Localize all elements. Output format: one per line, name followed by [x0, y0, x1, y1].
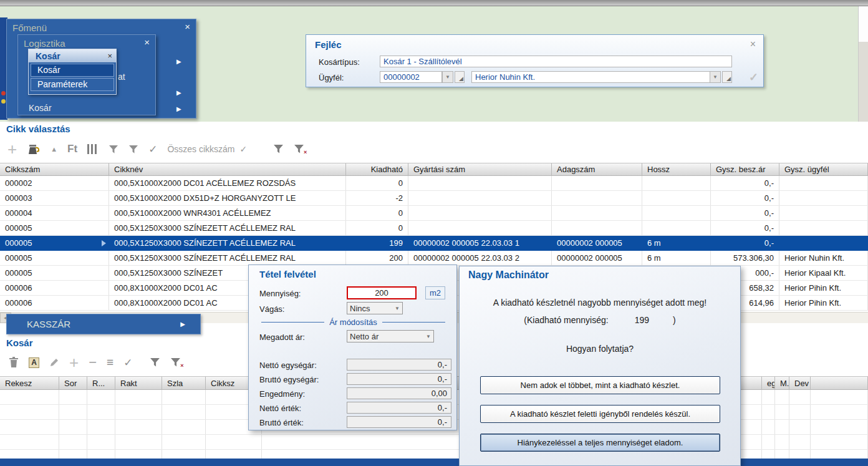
close-icon[interactable]: × — [144, 38, 150, 47]
filter-clear-icon[interactable]: × — [170, 357, 181, 367]
osszes-cikkszam-label[interactable]: Összes cikkszám — [167, 144, 234, 154]
column-header[interactable]: M.e. — [775, 377, 789, 389]
table-cell: 0 — [346, 206, 408, 220]
table-cell: 000005 — [0, 221, 109, 235]
brutto-egysegar-value[interactable]: 0,- — [347, 373, 451, 385]
table-cell — [811, 390, 868, 404]
ugyfel-code-lookup-button[interactable]: ◢ — [455, 71, 465, 83]
megadott-ar-select[interactable]: Netto ár ▼ — [347, 330, 434, 342]
cikk-toolbar: + ▲ Ft ✓ Összes cikkszám ✓ × — [7, 140, 304, 158]
option-button-shortage-handling[interactable]: Hiánykezeléssel a teljes mennyiséget ela… — [480, 434, 720, 452]
filter-special-icon[interactable] — [273, 144, 284, 154]
column-header[interactable]: R... — [87, 377, 115, 389]
submenu-arrow-icon: ▶ — [176, 89, 181, 96]
megadott-ar-label: Megadott ár: — [259, 333, 305, 342]
table-cell — [552, 191, 642, 205]
netto-ertek-value[interactable]: 0,- — [347, 402, 451, 414]
submenu-arrow-icon: ▶ — [180, 321, 185, 328]
close-icon[interactable]: × — [185, 22, 190, 31]
table-row[interactable]: 000005000,5X1250X3000 SZÍNEZETT ACÉLLEME… — [0, 251, 868, 266]
jug-icon[interactable] — [27, 143, 41, 155]
columns-icon[interactable] — [87, 144, 99, 154]
confirm-check-icon[interactable]: ✓ — [148, 143, 157, 156]
option-button-no-oversell[interactable]: Nem adok el többet, mint a kiadható kész… — [480, 376, 720, 394]
table-cell — [775, 420, 789, 434]
mennyiseg-input[interactable] — [347, 286, 417, 299]
menu-item-fragment[interactable]: at — [118, 72, 125, 82]
column-header[interactable]: Adagszám — [552, 163, 642, 175]
filter-icon[interactable] — [109, 145, 118, 154]
remove-row-icon[interactable]: − — [89, 354, 97, 371]
table-cell: 000,5X1250X3000 SZÍNEZETT ACÉLLEMEZ RAL — [109, 221, 346, 235]
ugyfel-name-field[interactable]: Herior Nuhin Kft. — [471, 71, 721, 83]
column-header[interactable]: Cikkszám — [0, 163, 109, 175]
table-cell: Herior Nuhin Kft. — [779, 251, 868, 265]
add-item-icon[interactable]: + — [7, 140, 17, 159]
column-header[interactable]: Sor — [59, 377, 87, 389]
ugyfel-name-dropdown-button[interactable]: ▼ — [710, 71, 721, 83]
column-header[interactable]: Dev — [789, 377, 811, 389]
ugyfel-code-field[interactable]: 00000002 — [380, 71, 442, 83]
ugyfel-name-lookup-button[interactable]: ◢ — [722, 71, 732, 83]
vagas-select[interactable]: Nincs ▼ — [347, 302, 403, 314]
sort-up-icon[interactable]: ▲ — [51, 145, 57, 153]
table-cell: 00000002 000005 — [552, 251, 642, 265]
ugyfel-code-dropdown-button[interactable]: ▼ — [442, 71, 453, 83]
submenu-item-parameterek[interactable]: Paraméterek — [31, 78, 114, 91]
vagas-value: Nincs — [350, 304, 370, 313]
corner-icon: ◢ — [726, 75, 731, 82]
close-icon[interactable]: × — [107, 51, 112, 61]
filter-clear-icon[interactable]: × — [294, 144, 304, 154]
submenu-item-kosar[interactable]: Kosár — [31, 64, 114, 77]
table-cell — [642, 176, 711, 190]
column-header[interactable]: eg — [762, 377, 775, 389]
kosar-panel-title: Kosár — [6, 337, 33, 348]
table-cell — [87, 435, 115, 449]
background-scrollbar[interactable] — [858, 42, 868, 122]
table-row[interactable]: 000005000,5X1250X3000 SZÍNEZETT ACÉLLEME… — [0, 221, 868, 236]
filter-special-icon[interactable] — [150, 357, 160, 367]
kosar-toolbar: A + − ≡ ✓ × — [9, 353, 181, 372]
chevron-down-icon: ▼ — [445, 74, 450, 80]
column-header[interactable]: Kiadható — [346, 163, 408, 175]
brutto-ertek-value[interactable]: 0,- — [347, 416, 451, 428]
table-row[interactable]: 000002000,5X1000X2000 DC01 ACÉLLEMEZ ROZ… — [0, 176, 868, 191]
nagy-machinator-dialog: Nagy Machinátor A kiadható készletnél na… — [459, 266, 741, 466]
column-header[interactable] — [811, 377, 868, 389]
confirm-check-icon[interactable]: ✓ — [123, 356, 132, 369]
filter-apply-icon[interactable] — [128, 145, 138, 154]
list-icon[interactable]: ≡ — [107, 356, 113, 369]
edit-pencil-icon[interactable] — [49, 357, 59, 367]
column-header[interactable]: Cikknév — [109, 163, 346, 175]
table-row[interactable]: 000004000,5X1000X2000 WNR4301 ACÉLLEMEZ0… — [0, 206, 868, 221]
cikk-valasztas-title: Cikk választás — [6, 124, 70, 134]
table-cell: 000,5X1250X3000 SZÍNEZETT ACÉLLEMEZ RAL — [109, 236, 346, 250]
table-cell: 0 — [346, 176, 408, 190]
forint-icon[interactable]: Ft — [67, 143, 77, 155]
column-header[interactable]: Rekesz — [0, 377, 59, 389]
table-cell: Herior Pihin Kft. — [779, 296, 868, 310]
netto-egysegar-value[interactable]: 0,- — [347, 359, 451, 371]
trash-icon[interactable] — [9, 357, 19, 368]
column-header[interactable]: Szla — [162, 377, 206, 389]
table-row[interactable]: 000003000,5X1000X2000 DX51D+Z HORGANYZOT… — [0, 191, 868, 206]
close-icon[interactable]: × — [750, 39, 756, 50]
column-header[interactable]: Rakt — [115, 377, 162, 389]
kosartipus-field[interactable]: Kosár 1 - Szállítólevél — [380, 56, 732, 67]
column-header[interactable]: Gysz. ügyfél — [779, 163, 868, 175]
add-row-icon[interactable]: + — [69, 353, 79, 372]
engedmeny-value[interactable]: 0,00 — [347, 387, 451, 399]
option-button-create-order[interactable]: A kiadható készlet feletti igényből rend… — [480, 405, 720, 423]
menu-item-kosar[interactable]: Kosár — [18, 101, 155, 115]
table-cell: 000,5X1000X2000 DX51D+Z HORGANYZOTT LE — [109, 191, 346, 205]
confirm-check-icon[interactable]: ✓ — [749, 70, 758, 84]
column-header[interactable]: Gysz. besz.ár — [711, 163, 779, 175]
autotext-icon[interactable]: A — [29, 357, 39, 368]
table-cell: Herior Kipaal Kft. — [779, 266, 868, 280]
table-cell — [762, 405, 775, 419]
table-row[interactable]: 000005000,5X1250X3000 SZÍNEZETT ACÉLLEME… — [0, 236, 868, 251]
kasszar-menu-item[interactable]: KASSZÁR ▶ — [6, 314, 201, 334]
dialog-title: Nagy Machinátor — [468, 269, 549, 281]
column-header[interactable]: Gyártási szám — [408, 163, 552, 175]
column-header[interactable]: Hossz — [642, 163, 711, 175]
